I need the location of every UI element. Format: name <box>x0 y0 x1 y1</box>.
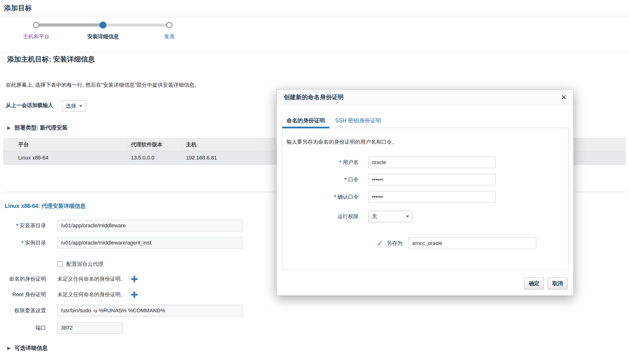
checkmark-icon[interactable]: ✓ <box>377 239 383 248</box>
step-circle-review-icon <box>166 22 172 28</box>
hybrid-cloud-label: 配置混合云代理 <box>66 261 103 268</box>
load-previous-select-button[interactable]: 选择 <box>62 100 86 112</box>
ok-button[interactable]: 确定 <box>524 277 544 289</box>
column-header-platform: 平台 <box>14 138 127 151</box>
collapsed-arrow-icon: ▶ <box>7 125 11 130</box>
confirm-password-row: *确认口令 <box>287 191 563 203</box>
username-input[interactable] <box>368 157 496 168</box>
add-target-page: 添加目标 主机和平台 安装详细信息 复查 添加主机目标: 安装详细信息 在此屏幕… <box>0 0 629 364</box>
save-as-row: ✓ 另存为 <box>287 238 563 249</box>
run-privilege-row: 运行权限 无 <box>287 211 563 222</box>
select-button-label: 选择 <box>66 102 76 110</box>
dialog-instruction: 输入要另存为命名的身份证明的用户名和口令。 <box>287 138 563 146</box>
required-marker: * <box>21 240 23 246</box>
divider <box>0 52 629 52</box>
install-base-label: *安装基目录 <box>0 222 46 229</box>
agent-details-heading: Linux x86-64: 代理安装详细信息 <box>5 202 86 210</box>
save-as-label: 另存为 <box>387 240 402 247</box>
train-progress-segment <box>36 23 103 27</box>
chevron-down-icon <box>79 105 82 107</box>
dialog-tab-content: 输入要另存为命名的身份证明的用户名和口令。 *用户名 *口令 *确认口令 运行权… <box>282 128 568 270</box>
dialog-footer: 确定 取消 <box>524 277 567 289</box>
port-label: 端口 <box>0 324 46 331</box>
deployment-type-section-toggle[interactable]: ▶ 部署类型: 新代理安装 <box>7 124 68 131</box>
wizard-step-install-details[interactable]: 安装详细信息 <box>87 33 119 40</box>
required-marker: * <box>16 222 18 228</box>
run-privilege-label: 运行权限 <box>287 213 359 220</box>
root-credential-status: 未定义任何命名的身份证明。 <box>57 291 126 298</box>
instance-dir-row: *实例目录 <box>0 237 243 249</box>
password-input[interactable] <box>368 174 496 185</box>
step-circle-install-details-icon <box>100 21 106 28</box>
install-base-row: *安装基目录 <box>0 220 243 231</box>
page-instruction: 在此屏幕上, 选择下表中的每一行, 然后在“安装详细信息”部分中提供安装详细信息… <box>6 82 200 89</box>
dialog-title: 创建新的命名身份证明 <box>284 93 561 101</box>
wizard-step-review: 复查 <box>164 33 175 40</box>
load-previous-label: 从上一会话加载输入 <box>6 102 53 109</box>
deployment-type-label: 部署类型: 新代理安装 <box>15 124 68 131</box>
port-input[interactable] <box>57 322 123 334</box>
cell-agent-version: 13.5.0.0.0 <box>127 151 182 165</box>
collapsed-arrow-icon: ▶ <box>7 345 11 351</box>
cancel-button[interactable]: 取消 <box>548 277 567 289</box>
run-privilege-value: 无 <box>368 213 403 220</box>
confirm-password-input[interactable] <box>368 191 496 203</box>
dialog-header: 创建新的命名身份证明 × <box>277 90 573 105</box>
cell-platform: Linux x86-64 <box>14 151 127 165</box>
password-label: *口令 <box>287 176 359 183</box>
add-named-credential-icon[interactable] <box>131 276 138 282</box>
row-gutter-cell <box>3 151 14 165</box>
create-credential-dialog: 创建新的命名身份证明 × 命名的身份证明 SSH 密钥身份证明 输入要另存为命名… <box>276 89 574 296</box>
section-heading: 添加主机目标: 安装详细信息 <box>7 55 95 64</box>
required-marker: * <box>344 177 347 182</box>
optional-details-section-toggle[interactable]: ▶ 可选详细信息 <box>7 344 48 352</box>
step-circle-hosts-icon <box>33 22 39 28</box>
page-title: 添加目标 <box>4 3 32 13</box>
privilege-delegation-input[interactable] <box>57 305 243 316</box>
root-credential-label: Root 身份证明 <box>0 291 46 298</box>
tab-ssh-key-credential[interactable]: SSH 密钥身份证明 <box>331 117 385 128</box>
named-credential-row: 命名的身份证明 未定义任何命名的身份证明。 <box>0 273 138 285</box>
privilege-delegation-row: 权限委派设置 <box>0 305 243 316</box>
wizard-step-hosts[interactable]: 主机和平台 <box>23 33 49 40</box>
table-gutter-header <box>3 138 14 151</box>
optional-details-label: 可选详细信息 <box>15 344 48 352</box>
instance-dir-input[interactable] <box>57 237 243 249</box>
privilege-delegation-label: 权限委派设置 <box>0 307 46 314</box>
hybrid-cloud-checkbox[interactable] <box>57 261 63 267</box>
close-icon[interactable]: × <box>561 93 566 101</box>
required-marker: * <box>339 159 341 165</box>
password-row: *口令 <box>287 174 563 185</box>
add-root-credential-icon[interactable] <box>131 291 138 298</box>
install-base-input[interactable] <box>57 220 243 231</box>
dialog-tabs: 命名的身份证明 SSH 密钥身份证明 <box>282 116 385 128</box>
load-previous-session-row: 从上一会话加载输入 <box>6 100 53 111</box>
named-credential-label: 命名的身份证明 <box>0 275 46 282</box>
username-label: *用户名 <box>287 159 359 166</box>
chevron-down-icon <box>403 211 412 222</box>
named-credential-status: 未定义任何命名的身份证明。 <box>57 275 126 282</box>
column-header-agent-version: 代理软件版本 <box>127 138 182 151</box>
root-credential-row: Root 身份证明 未定义任何命名的身份证明。 <box>0 289 138 300</box>
save-as-input[interactable] <box>409 238 536 249</box>
required-marker: * <box>334 194 336 200</box>
train-remaining-segment <box>103 23 169 27</box>
divider <box>0 16 629 16</box>
hybrid-cloud-row: 配置混合云代理 <box>0 259 103 269</box>
port-row: 端口 <box>0 322 123 334</box>
tab-named-credential[interactable]: 命名的身份证明 <box>282 117 329 128</box>
username-row: *用户名 <box>287 157 563 168</box>
instance-dir-label: *实例目录 <box>0 239 46 246</box>
run-privilege-select[interactable]: 无 <box>368 211 412 222</box>
confirm-password-label: *确认口令 <box>287 193 359 200</box>
